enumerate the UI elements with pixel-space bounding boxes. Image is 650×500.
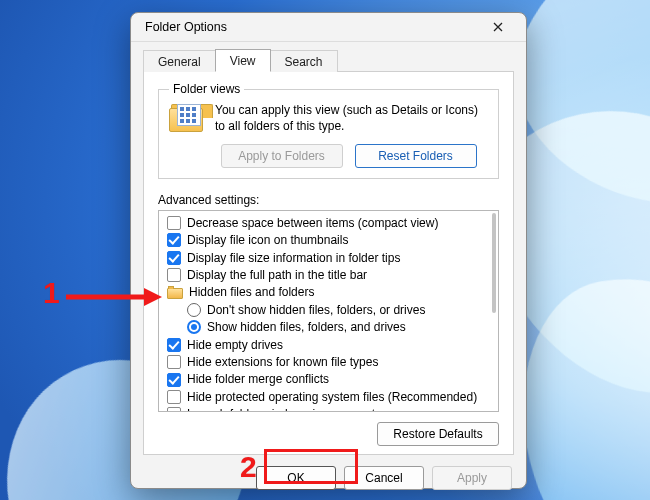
tab-pane-view: Folder views You can apply this view (su… bbox=[143, 71, 514, 455]
advanced-item-label: Don't show hidden files, folders, or dri… bbox=[207, 303, 425, 317]
title-bar[interactable]: Folder Options bbox=[131, 13, 526, 42]
checkbox-checked[interactable] bbox=[167, 233, 181, 247]
folder-icon bbox=[167, 286, 183, 299]
advanced-item-label: Hide protected operating system files (R… bbox=[187, 390, 477, 404]
advanced-settings-label: Advanced settings: bbox=[158, 193, 499, 207]
advanced-item[interactable]: Show hidden files, folders, and drives bbox=[165, 319, 484, 336]
scrollbar-thumb[interactable] bbox=[492, 213, 496, 313]
advanced-item-label: Display file size information in folder … bbox=[187, 251, 400, 265]
advanced-item[interactable]: Display file icon on thumbnails bbox=[165, 232, 484, 249]
tab-strip: General View Search bbox=[131, 42, 526, 71]
desktop-background: Folder Options General View Search Folde… bbox=[0, 0, 650, 500]
advanced-item[interactable]: Hide extensions for known file types bbox=[165, 354, 484, 371]
advanced-item-label: Display file icon on thumbnails bbox=[187, 233, 348, 247]
advanced-item[interactable]: Display file size information in folder … bbox=[165, 249, 484, 266]
apply-to-folders-button: Apply to Folders bbox=[221, 144, 343, 168]
dialog-title: Folder Options bbox=[145, 20, 476, 34]
advanced-item[interactable]: Hide folder merge conflicts bbox=[165, 371, 484, 388]
advanced-item[interactable]: Don't show hidden files, folders, or dri… bbox=[165, 301, 484, 318]
folder-views-icon bbox=[169, 104, 205, 134]
cancel-button[interactable]: Cancel bbox=[344, 466, 424, 490]
advanced-item[interactable]: Display the full path in the title bar bbox=[165, 267, 484, 284]
checkbox-unchecked[interactable] bbox=[167, 390, 181, 404]
checkbox-checked[interactable] bbox=[167, 373, 181, 387]
close-icon bbox=[493, 22, 503, 32]
advanced-item-label: Decrease space between items (compact vi… bbox=[187, 216, 438, 230]
advanced-item-label: Launch folder windows in a separate proc… bbox=[187, 407, 427, 412]
advanced-item-label: Hidden files and folders bbox=[189, 285, 314, 299]
ok-button[interactable]: OK bbox=[256, 466, 336, 490]
advanced-item-label: Hide folder merge conflicts bbox=[187, 372, 329, 386]
radio-selected[interactable] bbox=[187, 320, 201, 334]
tab-general[interactable]: General bbox=[143, 50, 216, 72]
folder-views-group: Folder views You can apply this view (su… bbox=[158, 82, 499, 179]
checkbox-checked[interactable] bbox=[167, 251, 181, 265]
checkbox-unchecked[interactable] bbox=[167, 216, 181, 230]
reset-folders-button[interactable]: Reset Folders bbox=[355, 144, 477, 168]
apply-button: Apply bbox=[432, 466, 512, 490]
advanced-settings-list[interactable]: Decrease space between items (compact vi… bbox=[158, 210, 499, 412]
annotation-number-1: 1 bbox=[43, 276, 60, 310]
radio-unselected[interactable] bbox=[187, 303, 201, 317]
advanced-item-label: Hide empty drives bbox=[187, 338, 283, 352]
advanced-item: Hidden files and folders bbox=[165, 284, 484, 301]
advanced-item[interactable]: Hide protected operating system files (R… bbox=[165, 388, 484, 405]
dialog-button-row: OK Cancel Apply bbox=[131, 463, 526, 500]
advanced-item[interactable]: Hide empty drives bbox=[165, 336, 484, 353]
close-button[interactable] bbox=[476, 13, 520, 41]
checkbox-unchecked[interactable] bbox=[167, 407, 181, 412]
checkbox-unchecked[interactable] bbox=[167, 355, 181, 369]
folder-views-description: You can apply this view (such as Details… bbox=[215, 102, 488, 134]
advanced-item[interactable]: Decrease space between items (compact vi… bbox=[165, 214, 484, 231]
folder-views-legend: Folder views bbox=[169, 82, 244, 96]
advanced-item-label: Show hidden files, folders, and drives bbox=[207, 320, 406, 334]
advanced-item-label: Hide extensions for known file types bbox=[187, 355, 378, 369]
advanced-item[interactable]: Launch folder windows in a separate proc… bbox=[165, 406, 484, 413]
advanced-item-label: Display the full path in the title bar bbox=[187, 268, 367, 282]
restore-defaults-button[interactable]: Restore Defaults bbox=[377, 422, 499, 446]
folder-options-dialog: Folder Options General View Search Folde… bbox=[130, 12, 527, 489]
checkbox-checked[interactable] bbox=[167, 338, 181, 352]
checkbox-unchecked[interactable] bbox=[167, 268, 181, 282]
tab-view[interactable]: View bbox=[215, 49, 271, 72]
tab-search[interactable]: Search bbox=[270, 50, 338, 72]
